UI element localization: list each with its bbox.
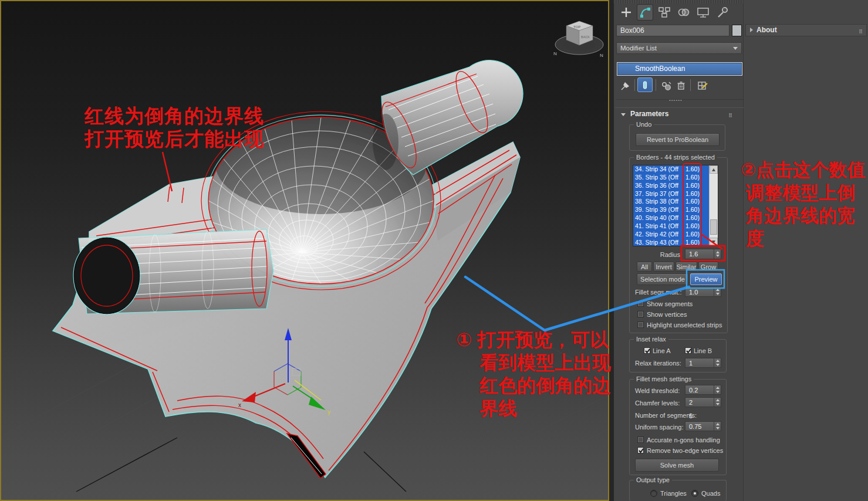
invert-button[interactable]: Invert (653, 262, 674, 272)
viewport-3d[interactable]: x y TOP BACK N N 红线为倒角的边界线 打开预览后才能出现 ① 打… (0, 0, 609, 501)
strip-list-item[interactable]: 35. Strip 35 (Off1.60) (633, 174, 709, 182)
undo-group-label: Undo (634, 121, 654, 128)
make-unique-icon[interactable] (661, 80, 673, 93)
test-tube-icon (640, 80, 650, 90)
scrollbar-thumb[interactable] (710, 219, 717, 235)
modifier-list-label: Modifier List (620, 45, 657, 52)
chevron-down-icon (733, 47, 738, 50)
strip-list-item[interactable]: 41. Strip 41 (Off1.60) (633, 222, 709, 231)
remove-modifier-trash-icon[interactable] (676, 80, 687, 93)
modifier-list-dropdown[interactable]: Modifier List (616, 42, 742, 54)
parameters-rollout-header[interactable]: Parameters ⠿ (615, 107, 744, 119)
fillet-mesh-group-label: Fillet mesh settings (634, 375, 694, 383)
about-rollout-header[interactable]: About ⠿ (745, 24, 867, 36)
show-vertices-checkbox[interactable] (637, 311, 644, 317)
fillet-segs-spinner[interactable]: 1.0 (685, 287, 721, 297)
chamfer-levels-spinner[interactable]: 2 (685, 397, 721, 407)
viewcube[interactable]: TOP BACK N N (553, 21, 603, 58)
gizmo-x-label: x (238, 402, 241, 408)
rollout-grip-icon[interactable]: ⠿ (859, 26, 863, 38)
modifier-stack-item-smoothboolean[interactable]: SmoothBoolean (617, 62, 742, 76)
strip-list-item[interactable]: 37. Strip 37 (Off1.60) (633, 190, 709, 198)
line-a-checkbox[interactable] (644, 347, 650, 354)
radius-label: Radius: (646, 251, 682, 258)
annotation-step1-preview: ① 打开预览，可以 看到模型上出现 红色的倒角的边 界线 (456, 329, 611, 420)
tab-motion[interactable] (676, 4, 692, 21)
tab-hierarchy[interactable] (656, 4, 673, 21)
preview-button[interactable]: Preview (690, 273, 722, 285)
spinner-arrows-icon[interactable] (714, 398, 721, 407)
spinner-arrows-icon[interactable] (714, 358, 721, 367)
similar-button[interactable]: Similar (676, 262, 697, 272)
scroll-down-arrow-icon[interactable] (710, 238, 718, 246)
tab-display[interactable] (695, 4, 711, 21)
toolbar-separator (634, 79, 635, 91)
number-of-segments-value: 5 (689, 412, 693, 419)
command-panel: About ⠿ (614, 0, 868, 501)
object-name-field[interactable]: Box006 (616, 25, 729, 36)
strip-list-item[interactable]: 40. Strip 40 (Off1.60) (633, 214, 709, 222)
triangles-label: Triangles (660, 490, 687, 497)
scroll-up-arrow-icon[interactable] (710, 165, 718, 174)
selection-mode-button[interactable]: Selection mode (637, 273, 688, 285)
remove-two-edge-label: Remove two-edge vertices (647, 447, 723, 454)
grid-axis-lines (76, 438, 406, 492)
highlight-unselected-label: Highlight unselected strips (647, 321, 722, 329)
scene-svg: x y TOP BACK N N (1, 1, 608, 500)
highlight-unselected-checkbox[interactable] (637, 321, 644, 328)
annotation-chamfer-lines: 红线为倒角的边界线 打开预览后才能出现 (85, 104, 264, 150)
relax-iterations-label: Relax iterations: (635, 360, 681, 367)
strip-list-item[interactable]: 43. Strip 43 (Off1.60) (633, 239, 709, 246)
spinner-arrows-icon[interactable] (714, 249, 721, 259)
grow-button[interactable]: Grow (698, 262, 718, 272)
remove-two-edge-checkbox[interactable] (637, 447, 644, 453)
object-color-swatch[interactable] (732, 25, 742, 36)
show-end-result-toggle[interactable] (637, 77, 653, 92)
spinner-arrows-icon[interactable] (714, 385, 721, 394)
quads-label: Quads (701, 490, 720, 497)
strips-listbox[interactable]: 34. Strip 34 (Off1.60) 35. Strip 35 (Off… (633, 165, 718, 246)
gizmo-y-label: y (327, 409, 330, 415)
select-all-button[interactable]: All (637, 262, 652, 272)
uniform-spacing-spinner[interactable]: 0.75 (685, 421, 721, 431)
list-scrollbar[interactable] (709, 165, 718, 246)
pin-stack-icon[interactable] (620, 80, 631, 93)
tab-modify[interactable] (637, 4, 653, 21)
revert-to-proboolean-button[interactable]: Revert to ProBoolean (636, 133, 720, 146)
panel-resize-grip[interactable]: •••••• (616, 99, 744, 100)
rollout-open-arrow-icon (621, 113, 626, 116)
output-type-group-label: Output type (634, 476, 672, 484)
strip-list-item[interactable]: 36. Strip 36 (Off1.60) (633, 182, 709, 190)
accurate-ngons-checkbox[interactable] (637, 436, 644, 443)
quads-radio[interactable] (691, 490, 698, 497)
strip-list-item[interactable]: 34. Strip 34 (Off1.60) (633, 165, 709, 174)
chamfer-levels-label: Chamfer levels: (635, 400, 680, 407)
line-b-checkbox[interactable] (685, 347, 691, 354)
rollout-grip-icon[interactable]: ⠿ (728, 110, 732, 121)
radius-spinner[interactable]: 1.6 (685, 249, 721, 259)
tab-utilities[interactable] (714, 4, 731, 21)
configure-modifier-sets-icon[interactable] (697, 80, 709, 93)
3dsmax-window: x y TOP BACK N N 红线为倒角的边界线 打开预览后才能出现 ① 打… (0, 0, 868, 501)
spinner-arrows-icon[interactable] (714, 422, 721, 431)
number-of-segments-label: Number of segments: (635, 412, 697, 419)
about-title: About (756, 26, 777, 34)
relax-iterations-spinner[interactable]: 1 (685, 358, 721, 368)
strip-list-item[interactable]: 42. Strip 42 (Off1.60) (633, 231, 709, 239)
triangles-radio[interactable] (650, 490, 657, 497)
tab-create[interactable] (618, 4, 634, 21)
strip-list-item[interactable]: 39. Strip 39 (Off1.60) (633, 206, 709, 214)
spinner-arrows-icon[interactable] (714, 287, 721, 296)
viewport-panel-gap (609, 0, 614, 501)
borders-group-label: Borders - 44 strips selected (634, 154, 717, 161)
weld-threshold-spinner[interactable]: 0.2 (685, 385, 721, 395)
strip-list-item[interactable]: 38. Strip 38 (Off1.60) (633, 198, 709, 206)
cylinder-left[interactable] (73, 229, 273, 314)
viewcube-top-label: TOP (573, 25, 580, 29)
inset-relax-group-label: Inset relax (634, 336, 668, 343)
panel-column-2: About ⠿ (743, 0, 868, 501)
solve-mesh-button[interactable]: Solve mesh (635, 459, 719, 472)
accurate-ngons-label: Accurate n-gons handling (647, 436, 720, 444)
undo-group: Undo Revert to ProBoolean (629, 124, 725, 151)
show-segments-checkbox[interactable] (637, 300, 644, 307)
